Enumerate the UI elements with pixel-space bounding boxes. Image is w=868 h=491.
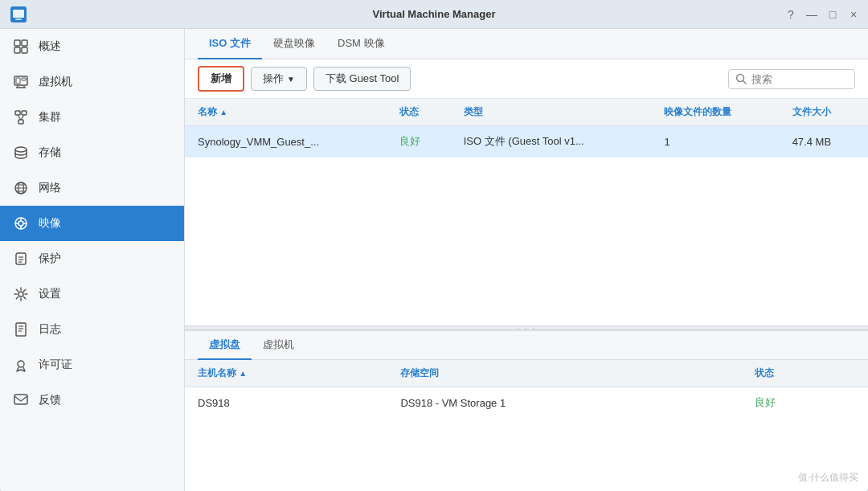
log-icon xyxy=(13,321,29,338)
minimize-button[interactable]: — xyxy=(805,8,818,21)
search-input[interactable] xyxy=(751,73,848,85)
toolbar: 新增 操作 ▼ 下载 Guest Tool xyxy=(185,59,868,99)
btcol-status: 状态 xyxy=(742,360,868,387)
btcell-hostname: DS918 xyxy=(185,387,387,419)
svg-rect-13 xyxy=(15,111,20,115)
sidebar-label-settings: 设置 xyxy=(39,287,61,301)
window-title: Virtual Machine Manager xyxy=(373,8,496,20)
license-icon xyxy=(13,357,29,373)
svg-point-39 xyxy=(18,361,24,367)
action-button[interactable]: 操作 ▼ xyxy=(251,67,307,91)
col-count: 映像文件的数量 xyxy=(651,99,779,126)
overview-icon xyxy=(13,39,29,55)
search-icon xyxy=(735,73,747,84)
sidebar-label-image: 映像 xyxy=(39,216,61,231)
sidebar-label-cluster: 集群 xyxy=(39,110,61,125)
sidebar-item-image[interactable]: 映像 xyxy=(0,206,184,241)
sidebar-item-feedback[interactable]: 反馈 xyxy=(0,383,184,418)
tab-disk[interactable]: 硬盘映像 xyxy=(262,29,326,59)
bottom-table-area: 主机名称 存储空间 状态 xyxy=(185,360,868,491)
sidebar-item-license[interactable]: 许可证 xyxy=(0,347,184,383)
sidebar-item-vm[interactable]: 虚拟机 xyxy=(0,64,184,100)
sidebar-label-storage: 存储 xyxy=(39,145,61,160)
svg-line-16 xyxy=(18,115,21,120)
cluster-icon xyxy=(13,109,29,125)
bottom-tab-bar: 虚拟盘 虚拟机 xyxy=(185,331,868,360)
vm-icon xyxy=(13,74,29,90)
col-size: 文件大小 xyxy=(780,99,868,126)
sidebar-item-protection[interactable]: 保护 xyxy=(0,241,184,276)
sidebar-item-overview[interactable]: 概述 xyxy=(0,29,184,64)
svg-point-18 xyxy=(15,147,27,152)
titlebar: Virtual Machine Manager ? — □ × xyxy=(0,0,868,29)
maximize-button[interactable]: □ xyxy=(826,8,839,21)
close-button[interactable]: × xyxy=(847,8,860,21)
col-name[interactable]: 名称 xyxy=(185,99,387,126)
sidebar-label-overview: 概述 xyxy=(39,39,61,54)
bottom-panel: 虚拟盘 虚拟机 主机名称 xyxy=(185,330,868,491)
btcol-hostname[interactable]: 主机名称 xyxy=(185,360,387,387)
cell-type: ISO 文件 (Guest Tool v1... xyxy=(451,126,652,158)
cell-status: 良好 xyxy=(387,126,451,158)
watermark: 值·什么值得买 xyxy=(798,469,858,485)
tab-iso[interactable]: ISO 文件 xyxy=(198,29,262,59)
svg-line-17 xyxy=(21,115,24,120)
download-guest-tool-button[interactable]: 下载 Guest Tool xyxy=(313,67,411,91)
btcell-status: 良好 xyxy=(742,387,868,419)
svg-point-25 xyxy=(18,221,23,226)
window-controls: ? — □ × xyxy=(784,8,860,21)
svg-line-42 xyxy=(743,81,747,84)
main-window: Virtual Machine Manager ? — □ × xyxy=(0,0,868,491)
sidebar-label-vm: 虚拟机 xyxy=(39,75,72,89)
protection-icon xyxy=(13,251,29,267)
sidebar-item-network[interactable]: 网络 xyxy=(0,170,184,206)
sidebar-item-cluster[interactable]: 集群 xyxy=(0,100,184,135)
svg-point-34 xyxy=(18,292,23,297)
top-tab-bar: ISO 文件 硬盘映像 DSM 映像 xyxy=(185,29,868,59)
svg-rect-30 xyxy=(16,253,26,264)
bottom-table: 主机名称 存储空间 状态 xyxy=(185,360,868,418)
sidebar-label-network: 网络 xyxy=(39,181,61,195)
tab-dsm[interactable]: DSM 映像 xyxy=(326,29,396,59)
sidebar-label-log: 日志 xyxy=(39,322,61,337)
action-arrow: ▼ xyxy=(287,75,295,84)
svg-rect-4 xyxy=(22,40,27,46)
main-content: 概述 虚拟机 xyxy=(0,29,868,491)
app-icon xyxy=(10,6,27,23)
sidebar-label-license: 许可证 xyxy=(39,358,72,372)
sidebar-item-storage[interactable]: 存储 xyxy=(0,135,184,170)
sidebar-label-feedback: 反馈 xyxy=(39,393,61,407)
sidebar-item-settings[interactable]: 设置 xyxy=(0,276,184,312)
svg-rect-6 xyxy=(22,47,27,53)
svg-rect-14 xyxy=(22,111,27,115)
help-button[interactable]: ? xyxy=(784,8,797,21)
svg-rect-15 xyxy=(18,120,23,124)
svg-rect-9 xyxy=(22,78,26,80)
sidebar: 概述 虚拟机 xyxy=(0,29,185,491)
table-row[interactable]: Synology_VMM_Guest_... 良好 ISO 文件 (Guest … xyxy=(185,126,868,158)
sidebar-label-protection: 保护 xyxy=(39,252,61,266)
col-type: 类型 xyxy=(451,99,652,126)
image-icon xyxy=(13,215,29,231)
svg-rect-8 xyxy=(16,78,20,84)
feedback-icon xyxy=(13,392,29,408)
svg-rect-40 xyxy=(14,395,27,404)
iso-table-area: 名称 状态 类型 映像文件的数量 xyxy=(185,99,868,325)
btcell-storage: DS918 - VM Storage 1 xyxy=(387,387,742,419)
cell-size: 47.4 MB xyxy=(780,126,868,158)
sidebar-item-log[interactable]: 日志 xyxy=(0,312,184,347)
tab-virtual-disk[interactable]: 虚拟盘 xyxy=(198,331,252,360)
storage-icon xyxy=(13,145,29,161)
search-box[interactable] xyxy=(728,69,855,89)
svg-rect-35 xyxy=(16,323,26,336)
network-icon xyxy=(13,180,29,196)
add-button[interactable]: 新增 xyxy=(198,66,244,92)
svg-rect-2 xyxy=(15,18,22,20)
tab-virtual-machine[interactable]: 虚拟机 xyxy=(252,331,305,360)
cell-name: Synology_VMM_Guest_... xyxy=(185,126,387,158)
bottom-table-row[interactable]: DS918 DS918 - VM Storage 1 良好 xyxy=(185,387,868,419)
svg-rect-3 xyxy=(14,40,20,46)
right-panel: ISO 文件 硬盘映像 DSM 映像 新增 操作 ▼ 下 xyxy=(185,29,868,491)
iso-table: 名称 状态 类型 映像文件的数量 xyxy=(185,99,868,158)
settings-icon xyxy=(13,286,29,302)
